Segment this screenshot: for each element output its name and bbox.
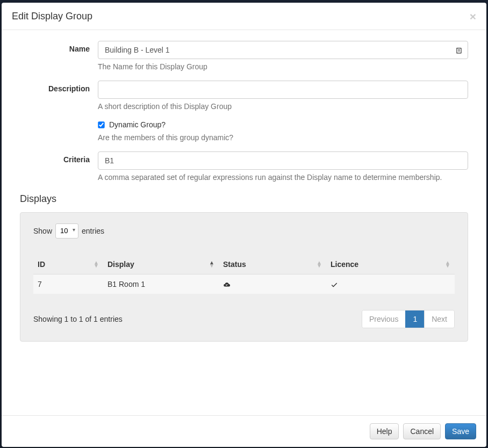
length-select[interactable]: 10 [55, 223, 78, 239]
col-display[interactable]: Display ▲▼ [103, 255, 219, 274]
criteria-field-wrap: A comma separated set of regular express… [98, 151, 468, 182]
modal-title: Edit Display Group [12, 11, 92, 22]
cloud-icon [223, 280, 231, 288]
criteria-row: Criteria A comma separated set of regula… [20, 151, 468, 182]
dynamic-checkbox[interactable] [98, 121, 104, 128]
name-label: Name [20, 41, 98, 71]
sort-icon: ▲▼ [94, 261, 99, 268]
pager-page-1[interactable]: 1 [405, 310, 424, 328]
table-row: 7 B1 Room 1 [33, 274, 455, 294]
save-button[interactable]: Save [445, 423, 476, 439]
show-prefix: Show [33, 227, 52, 235]
modal-header: Edit Display Group × [2, 3, 486, 30]
cell-licence [326, 274, 455, 294]
col-status[interactable]: Status ▲▼ [219, 255, 326, 274]
col-licence[interactable]: Licence ▲▼ [326, 255, 455, 274]
cell-status [219, 274, 326, 294]
modal-footer: Help Cancel Save [2, 415, 486, 447]
sort-icon: ▲▼ [317, 261, 322, 268]
description-label: Description [20, 81, 98, 111]
showing-text: Showing 1 to 1 of 1 entries [33, 315, 123, 323]
dynamic-row: Dynamic Group? Are the members of this g… [20, 120, 468, 142]
contact-card-icon [455, 46, 463, 54]
show-suffix: entries [82, 227, 104, 235]
pager: Previous 1 Next [362, 310, 455, 328]
description-input[interactable] [98, 81, 468, 99]
modal-body: Name The Name for this Display Group Des… [2, 30, 486, 415]
cell-display: B1 Room 1 [103, 274, 219, 294]
table-header-row: ID ▲▼ Display ▲▼ Status ▲▼ Licence [33, 255, 455, 274]
cell-id: 7 [33, 274, 103, 294]
close-icon[interactable]: × [470, 11, 476, 22]
check-icon [331, 280, 338, 288]
displays-table: ID ▲▼ Display ▲▼ Status ▲▼ Licence [33, 255, 455, 294]
criteria-help: A comma separated set of regular express… [98, 173, 468, 182]
dynamic-checkbox-label[interactable]: Dynamic Group? [98, 120, 166, 129]
name-field-wrap: The Name for this Display Group [98, 41, 468, 71]
length-row: Show 10 entries [33, 223, 455, 239]
name-help: The Name for this Display Group [98, 62, 468, 71]
table-footer: Showing 1 to 1 of 1 entries Previous 1 N… [33, 310, 455, 328]
name-row: Name The Name for this Display Group [20, 41, 468, 71]
dynamic-help: Are the members of this group dynamic? [98, 133, 233, 142]
displays-panel: Show 10 entries ID ▲▼ Di [20, 212, 468, 342]
help-button[interactable]: Help [370, 423, 399, 439]
modal: Edit Display Group × Name The Name for t… [2, 3, 486, 447]
dynamic-field-wrap: Dynamic Group? Are the members of this g… [98, 120, 233, 142]
description-row: Description A short description of this … [20, 81, 468, 111]
col-id[interactable]: ID ▲▼ [33, 255, 103, 274]
displays-title: Displays [20, 193, 468, 205]
pager-previous[interactable]: Previous [362, 310, 405, 328]
description-field-wrap: A short description of this Display Grou… [98, 81, 468, 111]
pager-next[interactable]: Next [424, 310, 454, 328]
name-input-wrap [98, 41, 468, 59]
criteria-label: Criteria [20, 151, 98, 182]
sort-icon: ▲▼ [445, 261, 450, 268]
length-select-wrap: 10 [55, 223, 78, 239]
name-input[interactable] [98, 41, 468, 59]
dynamic-label-text: Dynamic Group? [109, 120, 166, 129]
cancel-button[interactable]: Cancel [403, 423, 441, 439]
description-help: A short description of this Display Grou… [98, 102, 468, 111]
sort-icon: ▲▼ [209, 261, 214, 268]
criteria-input[interactable] [98, 151, 468, 170]
